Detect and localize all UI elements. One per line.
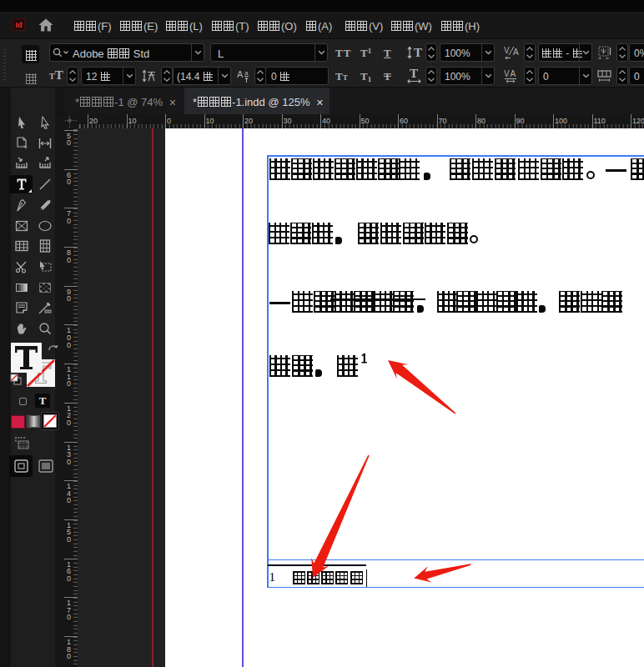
svg-text:V: V xyxy=(504,69,510,78)
svg-text:A: A xyxy=(513,48,519,57)
svg-text:A: A xyxy=(237,69,244,79)
svg-text:T: T xyxy=(410,68,418,80)
svg-text:a: a xyxy=(244,69,249,77)
svg-text:T: T xyxy=(414,46,422,59)
svg-text:V: V xyxy=(504,46,510,55)
svg-text:A: A xyxy=(511,69,516,78)
